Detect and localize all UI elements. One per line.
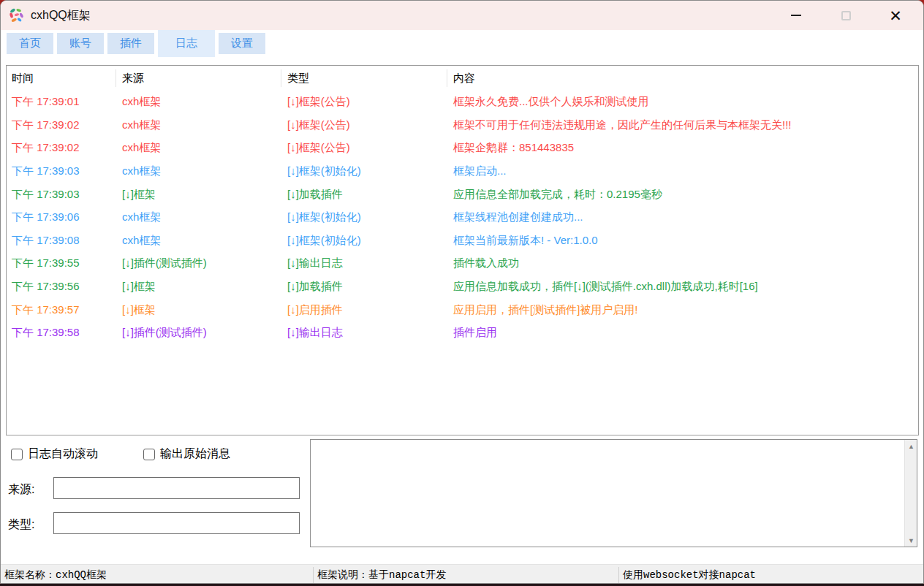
app-logo-icon (8, 7, 24, 23)
tab-log[interactable]: 日志 (158, 30, 215, 57)
source-input[interactable] (53, 477, 300, 499)
raw-message-scrollbar[interactable]: ▲ ▼ (904, 440, 917, 547)
cell-source: cxh框架 (116, 141, 281, 155)
cell-type: [↓]加载插件 (281, 280, 447, 294)
cell-content: 插件启用 (447, 326, 918, 340)
log-rows: 下午 17:39:01cxh框架[↓]框架(公告)框架永久免费...仅供个人娱乐… (7, 91, 918, 345)
checkbox-row: 日志自动滚动 输出原始消息 (11, 446, 230, 462)
tab-plugin[interactable]: 插件 (107, 33, 154, 54)
cell-type: [↓]框架(公告) (281, 141, 447, 155)
window-controls: ✕ (771, 1, 920, 30)
tab-account[interactable]: 账号 (57, 33, 104, 54)
minimize-button[interactable] (771, 1, 821, 30)
table-row[interactable]: 下午 17:39:03cxh框架[↓]框架(初始化)框架启动... (7, 160, 918, 183)
cell-content: 应用信息加载成功，插件[↓](测试插件.cxh.dll)加载成功,耗时[16] (447, 280, 918, 294)
column-header-0[interactable]: 时间 (7, 69, 116, 87)
cell-source: [↓]框架 (116, 280, 281, 294)
maximize-button[interactable] (821, 1, 871, 30)
scroll-up-icon[interactable]: ▲ (905, 440, 917, 452)
table-row[interactable]: 下午 17:39:01cxh框架[↓]框架(公告)框架永久免费...仅供个人娱乐… (7, 91, 918, 114)
table-row[interactable]: 下午 17:39:02cxh框架[↓]框架(公告)框架企鹅群：851443835 (7, 137, 918, 160)
cell-type: [↓]框架(公告) (281, 118, 447, 132)
title-bar: cxhQQ框架 ✕ (1, 1, 923, 30)
cell-type: [↓]框架(初始化) (281, 164, 447, 178)
cell-time: 下午 17:39:58 (7, 326, 116, 340)
cell-source: cxh框架 (116, 210, 281, 224)
maximize-icon (841, 11, 851, 20)
table-row[interactable]: 下午 17:39:55[↓]插件(测试插件)[↓]输出日志插件载入成功 (7, 252, 918, 275)
status-divider (618, 567, 619, 583)
status-framework-name: 框架名称：cxhQQ框架 (4, 565, 107, 584)
cell-content: 应用启用，插件[测试插件]被用户启用! (447, 303, 918, 317)
table-row[interactable]: 下午 17:39:58[↓]插件(测试插件)[↓]输出日志插件启用 (7, 321, 918, 345)
raw-output-checkbox[interactable] (143, 449, 155, 460)
cell-content: 框架不可用于任何违法违规用途，因此产生的任何后果与本框架无关!!! (447, 118, 918, 132)
cell-source: cxh框架 (116, 164, 281, 178)
cell-source: [↓]框架 (116, 188, 281, 202)
tab-bar: 首页账号插件日志设置 (1, 30, 923, 57)
column-header-1[interactable]: 来源 (116, 69, 281, 87)
table-row[interactable]: 下午 17:39:57[↓]框架[↓]启用插件应用启用，插件[测试插件]被用户启… (7, 298, 918, 321)
cell-content: 框架永久免费...仅供个人娱乐和测试使用 (447, 95, 918, 109)
tab-settings[interactable]: 设置 (219, 33, 265, 54)
table-row[interactable]: 下午 17:39:06cxh框架[↓]框架(初始化)框架线程池创建创建成功... (7, 206, 918, 229)
log-table: 时间来源类型内容 下午 17:39:01cxh框架[↓]框架(公告)框架永久免费… (6, 65, 919, 435)
cell-type: [↓]加载插件 (281, 188, 447, 202)
window-title: cxhQQ框架 (31, 8, 91, 23)
cell-source: cxh框架 (116, 95, 281, 109)
cell-source: cxh框架 (116, 118, 281, 132)
column-header-2[interactable]: 类型 (281, 69, 447, 87)
minimize-icon (791, 15, 801, 16)
cell-source: [↓]插件(测试插件) (116, 256, 281, 270)
cell-type: [↓]输出日志 (281, 326, 447, 340)
cell-source: cxh框架 (116, 234, 281, 248)
cell-source: [↓]插件(测试插件) (116, 326, 281, 340)
close-icon: ✕ (889, 8, 902, 23)
raw-message-text (311, 440, 904, 547)
cell-time: 下午 17:39:57 (7, 303, 116, 317)
status-connection-info: 使用websocket对接napcat (623, 565, 756, 584)
cell-content: 框架启动... (447, 164, 918, 178)
cell-type: [↓]框架(公告) (281, 95, 447, 109)
cell-content: 框架线程池创建创建成功... (447, 210, 918, 224)
autoscroll-label: 日志自动滚动 (28, 446, 98, 462)
status-framework-description: 框架说明：基于napcat开发 (317, 565, 446, 584)
status-bar: 框架名称：cxhQQ框架 框架说明：基于napcat开发 使用websocket… (1, 564, 923, 584)
tab-home[interactable]: 首页 (7, 33, 53, 54)
close-button[interactable]: ✕ (871, 1, 920, 30)
column-header-3[interactable]: 内容 (447, 69, 918, 87)
cell-time: 下午 17:39:01 (7, 95, 116, 109)
cell-time: 下午 17:39:03 (7, 164, 116, 178)
type-input[interactable] (53, 512, 300, 534)
cell-source: [↓]框架 (116, 303, 281, 317)
table-row[interactable]: 下午 17:39:03[↓]框架[↓]加载插件应用信息全部加载完成，耗时：0.2… (7, 183, 918, 206)
cell-content: 框架企鹅群：851443835 (447, 141, 918, 155)
cell-content: 插件载入成功 (447, 256, 918, 270)
cell-time: 下午 17:39:08 (7, 234, 116, 248)
cell-type: [↓]框架(初始化) (281, 210, 447, 224)
raw-message-box[interactable]: ▲ ▼ (310, 439, 917, 547)
cell-time: 下午 17:39:02 (7, 118, 116, 132)
scroll-down-icon[interactable]: ▼ (905, 534, 917, 547)
log-header: 时间来源类型内容 (7, 66, 918, 91)
source-field-label: 来源: (8, 482, 34, 498)
cell-type: [↓]输出日志 (281, 256, 447, 270)
cell-type: [↓]框架(初始化) (281, 234, 447, 248)
cell-content: 应用信息全部加载完成，耗时：0.2195毫秒 (447, 188, 918, 202)
cell-time: 下午 17:39:56 (7, 280, 116, 294)
cell-time: 下午 17:39:03 (7, 188, 116, 202)
cell-time: 下午 17:39:02 (7, 141, 116, 155)
cell-time: 下午 17:39:06 (7, 210, 116, 224)
table-row[interactable]: 下午 17:39:08cxh框架[↓]框架(初始化)框架当前最新版本! - Ve… (7, 229, 918, 253)
cell-content: 框架当前最新版本! - Ver:1.0.0 (447, 234, 918, 248)
app-window: cxhQQ框架 ✕ 首页账号插件日志设置 时间来源类型内容 下午 17:39:0… (0, 0, 924, 584)
raw-output-label: 输出原始消息 (160, 446, 230, 462)
table-row[interactable]: 下午 17:39:56[↓]框架[↓]加载插件应用信息加载成功，插件[↓](测试… (7, 275, 918, 299)
cell-type: [↓]启用插件 (281, 303, 447, 317)
cell-time: 下午 17:39:55 (7, 256, 116, 270)
type-field-label: 类型: (8, 517, 34, 533)
status-divider (313, 567, 314, 583)
table-row[interactable]: 下午 17:39:02cxh框架[↓]框架(公告)框架不可用于任何违法违规用途，… (7, 114, 918, 137)
autoscroll-checkbox[interactable] (11, 449, 23, 460)
